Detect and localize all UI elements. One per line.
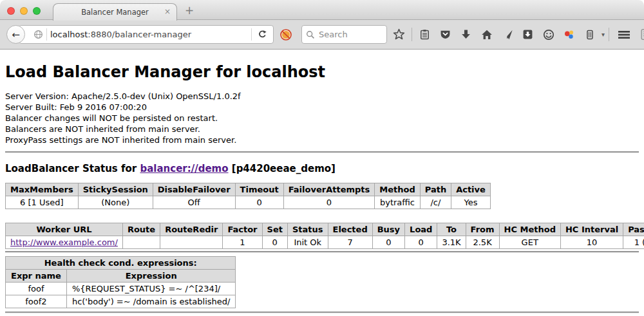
tab-close-icon[interactable]: × bbox=[164, 8, 171, 15]
cell-elected: 7 bbox=[328, 236, 372, 249]
table-row: foof %{REQUEST_STATUS} =~ /^[234]/ bbox=[6, 283, 236, 295]
cell-expr-name: foof2 bbox=[6, 295, 67, 308]
cell-factor: 1 bbox=[223, 236, 262, 249]
download-icon bbox=[460, 29, 471, 40]
col-from: From bbox=[466, 223, 499, 236]
titlebar: Balancer Manager × + bbox=[0, 0, 644, 20]
reload-separator bbox=[251, 28, 252, 41]
url-bar[interactable]: localhost:8880/balancer-manager bbox=[19, 25, 274, 44]
page-grid-button[interactable] bbox=[638, 26, 644, 43]
home-button[interactable] bbox=[478, 26, 495, 43]
cell-path: /c/ bbox=[420, 196, 451, 209]
col-active: Active bbox=[451, 183, 491, 196]
cell-disablefailover: Off bbox=[153, 196, 235, 209]
smiley-addon-button[interactable] bbox=[540, 26, 557, 43]
close-window-button[interactable] bbox=[7, 7, 15, 15]
url-domain: localhost bbox=[50, 30, 88, 39]
reading-list-button[interactable] bbox=[416, 26, 433, 43]
col-maxmembers: MaxMembers bbox=[6, 183, 79, 196]
cell-routeredir bbox=[160, 236, 223, 249]
table-row: 6 [1 Used] (None) Off 0 0 bytraffic /c/ … bbox=[6, 196, 491, 209]
table-title-row: Health check cond. expressions: bbox=[6, 257, 236, 270]
identity-separator bbox=[46, 28, 47, 41]
url-path: :8880/balancer-manager bbox=[88, 30, 191, 39]
col-to: To bbox=[437, 223, 466, 236]
pocket-button[interactable] bbox=[437, 26, 454, 43]
bookmark-star-button[interactable] bbox=[390, 26, 408, 43]
col-routeredir: RouteRedir bbox=[160, 223, 223, 236]
pocket-icon bbox=[440, 29, 451, 40]
col-path: Path bbox=[420, 183, 451, 196]
cell-active: Yes bbox=[451, 196, 491, 209]
cell-busy: 0 bbox=[372, 236, 404, 249]
health-check-table: Health check cond. expressions: Expr nam… bbox=[5, 256, 236, 308]
cell-status: Init Ok bbox=[287, 236, 328, 249]
globe-icon bbox=[33, 30, 43, 39]
reload-button[interactable] bbox=[255, 30, 269, 39]
overflow-caret-icon[interactable]: ▾ bbox=[601, 31, 605, 38]
col-stickysession: StickySession bbox=[78, 183, 153, 196]
worker-status-table: Worker URL Route RouteRedir Factor Set S… bbox=[5, 223, 644, 249]
cell-timeout: 0 bbox=[235, 196, 283, 209]
col-timeout: Timeout bbox=[235, 183, 283, 196]
colordots-addon-icon bbox=[564, 29, 575, 41]
block-plugin-button[interactable] bbox=[277, 26, 294, 43]
reload-icon bbox=[258, 30, 267, 39]
tab-balancer-manager[interactable]: Balancer Manager × bbox=[53, 3, 177, 21]
cell-passes: 1 (0) bbox=[623, 236, 644, 249]
col-passes: Passes bbox=[623, 223, 644, 236]
status-prefix: LoadBalancer Status for bbox=[5, 163, 137, 174]
col-factor: Factor bbox=[223, 223, 262, 236]
cell-expression: %{REQUEST_STATUS} =~ /^[234]/ bbox=[66, 283, 236, 295]
balancer-demo-link[interactable]: balancer://demo bbox=[140, 163, 228, 174]
minimize-window-button[interactable] bbox=[20, 7, 28, 15]
cell-expression: hc('body') =~ /domain is established/ bbox=[66, 295, 236, 308]
cell-set: 0 bbox=[262, 236, 287, 249]
cell-expr-name: foof bbox=[6, 283, 67, 295]
container-addon-button[interactable] bbox=[581, 26, 598, 43]
col-worker-url: Worker URL bbox=[6, 223, 123, 236]
menu-hamburger-icon bbox=[618, 30, 630, 40]
tab-title: Balancer Manager bbox=[81, 8, 149, 17]
table-row: http://www.example.com/ 1 0 Init Ok 7 0 … bbox=[6, 236, 644, 249]
toolbar-separator bbox=[412, 28, 412, 41]
colordots-addon-button[interactable] bbox=[560, 26, 578, 43]
cell-route bbox=[122, 236, 160, 249]
back-button[interactable]: ← bbox=[6, 25, 25, 44]
server-info: Server Version: Apache/2.5.0-dev (Unix) … bbox=[5, 91, 639, 145]
toolbar-separator bbox=[609, 28, 609, 41]
col-busy: Busy bbox=[372, 223, 404, 236]
navigation-toolbar: ← localhost:8880/balancer-manager bbox=[0, 20, 644, 50]
traffic-lights bbox=[7, 7, 41, 15]
cell-failoverattempts: 0 bbox=[283, 196, 375, 209]
col-load: Load bbox=[405, 223, 437, 236]
col-failoverattempts: FailoverAttempts bbox=[283, 183, 375, 196]
downloads-button[interactable] bbox=[457, 26, 475, 43]
cell-method: bytraffic bbox=[375, 196, 420, 209]
new-tab-button[interactable]: + bbox=[185, 4, 194, 17]
smiley-icon bbox=[543, 29, 554, 41]
cell-worker-url: http://www.example.com/ bbox=[6, 236, 123, 249]
send-tab-button[interactable] bbox=[498, 26, 516, 43]
search-input[interactable] bbox=[317, 29, 379, 40]
search-icon bbox=[306, 30, 315, 39]
addon-download-button[interactable] bbox=[519, 26, 536, 43]
block-plugin-icon bbox=[279, 28, 292, 41]
cell-hc-method: GET bbox=[499, 236, 560, 249]
menu-hamburger-button[interactable] bbox=[615, 26, 632, 43]
server-built-line: Server Built: Feb 9 2016 07:00:20 bbox=[5, 102, 639, 113]
col-expr-name: Expr name bbox=[6, 270, 67, 283]
url-text[interactable]: localhost:8880/balancer-manager bbox=[50, 30, 248, 39]
balancer-status-heading: LoadBalancer Status for balancer://demo … bbox=[5, 163, 639, 174]
container-icon bbox=[585, 30, 595, 40]
zoom-window-button[interactable] bbox=[33, 7, 41, 15]
cell-to: 3.1K bbox=[437, 236, 466, 249]
send-icon bbox=[502, 29, 513, 41]
browser-window: Balancer Manager × + ← localhost:8880/ba… bbox=[0, 0, 644, 316]
bookmark-star-icon bbox=[393, 28, 405, 41]
worker-url-link[interactable]: http://www.example.com/ bbox=[10, 237, 118, 247]
cell-stickysession: (None) bbox=[78, 196, 153, 209]
search-bar[interactable] bbox=[301, 25, 387, 44]
divider bbox=[5, 311, 639, 313]
cell-hc-interval: 10 bbox=[560, 236, 623, 249]
